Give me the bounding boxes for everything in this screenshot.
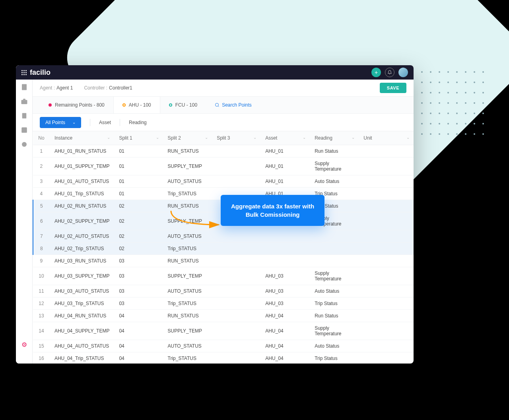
table-row[interactable]: 10 AHU_03_SUPPLY_TEMP 03 SUPPLY_TEMP AHU… bbox=[33, 267, 414, 285]
search-icon bbox=[215, 103, 220, 107]
cell-asset: AHU_01 bbox=[260, 158, 310, 175]
all-points-dropdown[interactable]: All Points ⌄ bbox=[40, 117, 81, 128]
asset-value: AHU_01 bbox=[265, 163, 283, 169]
col-no[interactable]: No bbox=[33, 131, 50, 145]
titlebar-actions: + bbox=[371, 68, 408, 77]
breadcrumb: Agent : Agent 1 Controller : Controller1… bbox=[33, 80, 414, 96]
table-row[interactable]: 9 AHU_03_RUN_STATUS 03 RUN_STATUS bbox=[33, 255, 414, 267]
tab-fcu[interactable]: FCU - 100 bbox=[160, 97, 206, 113]
chart-icon[interactable] bbox=[21, 126, 28, 134]
table-row[interactable]: 12 AHU_03_Trip_STATUS 03 Trip_STATUS AHU… bbox=[33, 298, 414, 310]
cell-split1: 01 bbox=[114, 145, 163, 158]
filters: All Points ⌄ Asset Reading bbox=[33, 114, 414, 131]
cell-split3 bbox=[212, 175, 260, 188]
cell-split2: Trip_STATUS bbox=[163, 188, 212, 200]
cell-no: 7 bbox=[33, 230, 50, 243]
table-row[interactable]: 1 AHU_01_RUN_STATUS 01 RUN_STATUS AHU_01… bbox=[33, 145, 414, 158]
cell-reading: Run Status bbox=[310, 145, 359, 158]
cell-instance: AHU_04_SUPPLY_TEMP bbox=[50, 322, 115, 340]
cell-unit bbox=[359, 322, 414, 340]
brand-name: facilio bbox=[30, 68, 51, 77]
search-label: Search Points bbox=[222, 102, 252, 108]
cell-instance: AHU_03_AUTO_STATUS bbox=[50, 285, 115, 298]
col-split3[interactable]: Split 3⌄ bbox=[212, 131, 260, 145]
cell-split1: 04 bbox=[114, 322, 163, 340]
cell-no: 12 bbox=[33, 298, 50, 310]
cell-instance: AHU_03_Trip_STATUS bbox=[50, 298, 115, 310]
cell-split2: SUPPLY_TEMP bbox=[163, 267, 212, 285]
tab-ahu[interactable]: AHU - 100 bbox=[113, 97, 160, 113]
asset-value: AHU_04 bbox=[265, 328, 283, 334]
avatar[interactable] bbox=[398, 68, 408, 77]
table-row[interactable]: 16 AHU_04_Trip_STATUS 04 Trip_STATUS AHU… bbox=[33, 352, 414, 364]
bug-icon[interactable] bbox=[21, 141, 28, 148]
chevron-down-icon: ⌄ bbox=[72, 120, 76, 124]
cell-no: 14 bbox=[33, 322, 50, 340]
cell-reading: Run Status bbox=[310, 310, 359, 322]
agent-label: Agent : bbox=[40, 85, 55, 91]
cell-split3 bbox=[212, 340, 260, 352]
cell-split2: RUN_STATUS bbox=[163, 310, 212, 322]
document-icon[interactable] bbox=[21, 112, 28, 119]
col-asset[interactable]: Asset⌄ bbox=[260, 131, 310, 145]
table-row[interactable]: 15 AHU_04_AUTO_STATUS 04 AUTO_STATUS AHU… bbox=[33, 340, 414, 352]
cell-reading bbox=[310, 255, 359, 267]
cell-split3 bbox=[212, 285, 260, 298]
search-points-link[interactable]: Search Points bbox=[206, 102, 252, 108]
cell-unit bbox=[359, 243, 414, 255]
table-row[interactable]: 3 AHU_01_AUTO_STATUS 01 AUTO_STATUS AHU_… bbox=[33, 175, 414, 188]
cell-split2: AUTO_STATUS bbox=[163, 175, 212, 188]
cell-split1: 02 bbox=[114, 212, 163, 230]
table-row[interactable]: 8 AHU_02_Trip_STATUS 02 Trip_STATUS bbox=[33, 243, 414, 255]
col-unit[interactable]: Unit⌄ bbox=[359, 131, 414, 145]
sidebar: ⚙ bbox=[16, 80, 33, 364]
table-container: No Instance⌄ Split 1⌄ Split 2⌄ Split 3⌄ … bbox=[33, 131, 414, 364]
col-split1[interactable]: Split 1⌄ bbox=[114, 131, 163, 145]
cell-asset: AHU_04 bbox=[260, 322, 310, 340]
cell-split1: 03 bbox=[114, 285, 163, 298]
table-row[interactable]: 14 AHU_04_SUPPLY_TEMP 04 SUPPLY_TEMP AHU… bbox=[33, 322, 414, 340]
chevron-down-icon: ⌄ bbox=[303, 135, 306, 140]
callout-line2: Bulk Comissioning bbox=[231, 210, 314, 219]
cell-instance: AHU_03_SUPPLY_TEMP bbox=[50, 267, 115, 285]
table-row[interactable]: 11 AHU_03_AUTO_STATUS 03 AUTO_STATUS AHU… bbox=[33, 285, 414, 298]
table-row[interactable]: 7 AHU_02_AUTO_STATUS 02 AUTO_STATUS bbox=[33, 230, 414, 243]
cell-instance: AHU_04_RUN_STATUS bbox=[50, 310, 115, 322]
cell-instance: AHU_02_Trip_STATUS bbox=[50, 243, 115, 255]
cell-reading: Trip Status bbox=[310, 352, 359, 364]
cell-no: 3 bbox=[33, 175, 50, 188]
cell-reading: Supply Temperature bbox=[310, 267, 359, 285]
cell-no: 1 bbox=[33, 145, 50, 158]
cell-unit bbox=[359, 285, 414, 298]
cell-split3 bbox=[212, 158, 260, 175]
col-instance[interactable]: Instance⌄ bbox=[50, 131, 115, 145]
cell-split3 bbox=[212, 310, 260, 322]
cell-split1: 02 bbox=[114, 243, 163, 255]
filter-reading[interactable]: Reading bbox=[129, 120, 147, 125]
cell-instance: AHU_01_RUN_STATUS bbox=[50, 145, 115, 158]
col-reading[interactable]: Reading⌄ bbox=[310, 131, 359, 145]
dot-icon bbox=[49, 103, 52, 107]
cell-unit bbox=[359, 352, 414, 364]
briefcase-icon[interactable] bbox=[21, 98, 28, 105]
svg-rect-1 bbox=[21, 100, 27, 104]
tab-remaining-points[interactable]: Remaining Points - 800 bbox=[40, 97, 113, 113]
cell-split1: 01 bbox=[114, 158, 163, 175]
gear-icon[interactable]: ⚙ bbox=[21, 341, 27, 348]
cell-instance: AHU_02_RUN_STATUS bbox=[50, 200, 115, 212]
chevron-down-icon: ⌄ bbox=[253, 135, 256, 140]
chevron-down-icon: ⌄ bbox=[107, 135, 110, 140]
cell-reading bbox=[310, 243, 359, 255]
brand-logo[interactable]: facilio bbox=[21, 68, 51, 77]
cell-asset: AHU_01 bbox=[260, 175, 310, 188]
cell-asset: AHU_01 bbox=[260, 145, 310, 158]
table-row[interactable]: 13 AHU_04_RUN_STATUS 04 RUN_STATUS AHU_0… bbox=[33, 310, 414, 322]
filter-asset[interactable]: Asset bbox=[99, 120, 111, 125]
col-split2[interactable]: Split 2⌄ bbox=[163, 131, 212, 145]
asset-value: AHU_01 bbox=[265, 148, 283, 154]
add-button[interactable]: + bbox=[371, 68, 381, 77]
building-icon[interactable] bbox=[21, 84, 28, 91]
table-row[interactable]: 2 AHU_01_SUPPLY_TEMP 01 SUPPLY_TEMP AHU_… bbox=[33, 158, 414, 175]
notifications-button[interactable] bbox=[385, 68, 394, 77]
save-button[interactable]: SAVE bbox=[380, 83, 406, 93]
